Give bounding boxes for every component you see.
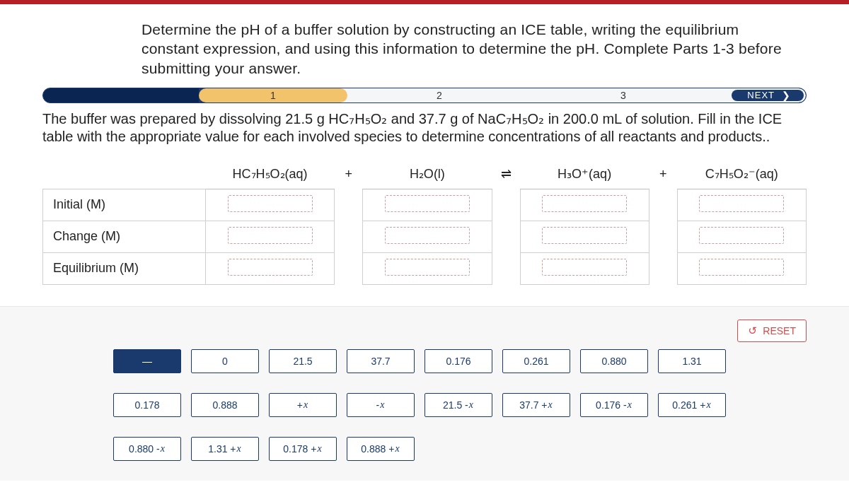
answer-tile[interactable]: 0.880 - x	[113, 437, 181, 461]
col-header-base: C₇H₅O₂⁻(aq)	[677, 159, 806, 189]
drop-slot[interactable]	[228, 195, 313, 212]
answer-tile[interactable]: -x	[347, 393, 415, 417]
tile-grid: — 0 21.5 37.7 0.176 0.261 0.880 1.31 0.1…	[42, 349, 807, 461]
table-row-equilibrium: Equilibrium (M)	[43, 252, 807, 284]
drop-slot[interactable]	[699, 227, 784, 244]
row-label-equil: Equilibrium (M)	[43, 252, 206, 284]
sub-instruction-text: The buffer was prepared by dissolving 21…	[0, 103, 849, 159]
ice-table: HC₇H₅O₂(aq) + H₂O(l) ⇌ H₃O⁺(aq) + C₇H₅O₂…	[42, 159, 807, 285]
answer-tile[interactable]: 0.178	[113, 393, 181, 417]
drop-slot[interactable]	[385, 227, 470, 244]
answer-tile[interactable]: 37.7	[347, 349, 415, 373]
drop-slot[interactable]	[228, 259, 313, 276]
col-header-hydronium: H₃O⁺(aq)	[520, 159, 649, 189]
answer-tile[interactable]: 37.7 + x	[502, 393, 570, 417]
plus-symbol-2: +	[649, 159, 677, 189]
drop-slot[interactable]	[699, 195, 784, 212]
drop-slot[interactable]	[385, 195, 470, 212]
plus-symbol: +	[335, 159, 363, 189]
col-header-water: H₂O(l)	[363, 159, 492, 189]
instruction-text: Determine the pH of a buffer solution by…	[0, 4, 849, 88]
drop-slot[interactable]	[542, 259, 627, 276]
table-row-initial: Initial (M)	[43, 189, 807, 221]
answer-tile[interactable]: 1.31	[658, 349, 726, 373]
answer-tile[interactable]: —	[113, 349, 181, 373]
chevron-right-icon: ❯	[782, 90, 791, 101]
reset-icon: ↻	[748, 324, 757, 337]
drop-slot[interactable]	[699, 259, 784, 276]
col-header-acid: HC₇H₅O₂(aq)	[206, 159, 335, 189]
answer-tile[interactable]: 21.5 - x	[424, 393, 492, 417]
drop-slot[interactable]	[228, 227, 313, 244]
answer-tile[interactable]: 0.176 - x	[580, 393, 648, 417]
step-indicator: 1 2 3 NEXT ❯	[42, 88, 807, 103]
answer-tile[interactable]: 0.261 + x	[658, 393, 726, 417]
answer-tile[interactable]: 0.261	[502, 349, 570, 373]
answer-tile[interactable]: 0.888	[191, 393, 259, 417]
answer-tile[interactable]: 0	[191, 349, 259, 373]
answer-tile[interactable]: 0.176	[424, 349, 492, 373]
answer-tile[interactable]: 21.5	[269, 349, 337, 373]
answer-tile[interactable]: +x	[269, 393, 337, 417]
answer-tile[interactable]: 1.31 + x	[191, 437, 259, 461]
answer-tile[interactable]: 0.880	[580, 349, 648, 373]
step-2-label[interactable]: 2	[347, 88, 531, 102]
row-label-change: Change (M)	[43, 221, 206, 252]
drop-slot[interactable]	[385, 259, 470, 276]
step-1-label[interactable]: 1	[199, 88, 347, 102]
row-label-initial: Initial (M)	[43, 189, 206, 221]
next-button[interactable]: NEXT ❯	[732, 90, 804, 101]
reset-button[interactable]: ↻ RESET	[737, 320, 807, 342]
reset-label: RESET	[763, 325, 796, 336]
table-row-change: Change (M)	[43, 221, 807, 252]
drop-slot[interactable]	[542, 195, 627, 212]
answer-bank: ↻ RESET — 0 21.5 37.7 0.176 0.261 0.880 …	[0, 306, 849, 481]
step-3-label[interactable]: 3	[531, 88, 715, 102]
answer-tile[interactable]: 0.178 + x	[269, 437, 337, 461]
equilibrium-symbol: ⇌	[492, 159, 520, 189]
answer-tile[interactable]: 0.888 + x	[347, 437, 415, 461]
drop-slot[interactable]	[542, 227, 627, 244]
next-label: NEXT	[747, 90, 775, 100]
